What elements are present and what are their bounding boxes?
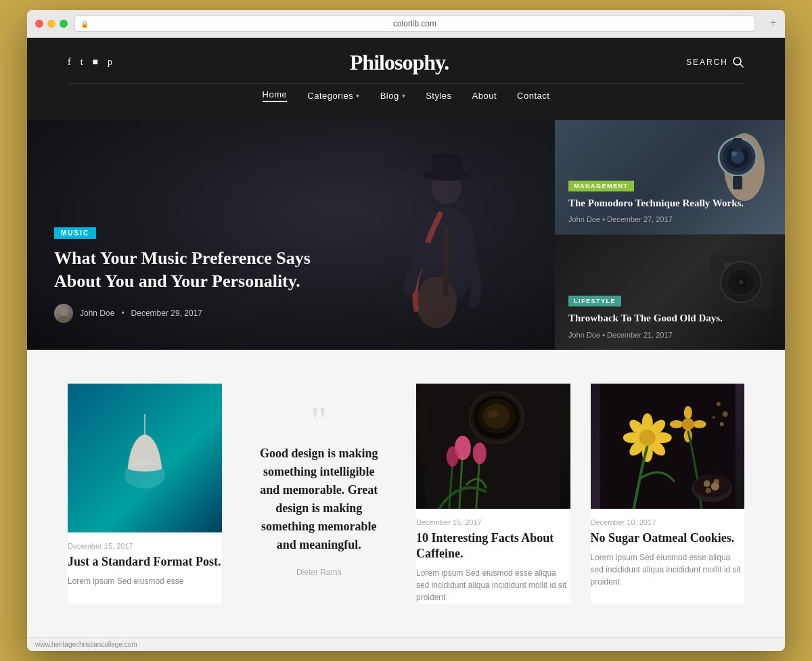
post-title-1: Just a Standard Format Post.	[68, 554, 222, 570]
svg-point-51	[683, 406, 692, 419]
traffic-lights	[35, 20, 68, 28]
post-date-3: December 15, 2017	[416, 518, 570, 526]
hero-section: MUSIC What Your Music Preference Says Ab…	[27, 120, 785, 350]
lifestyle-badge: LIFESTYLE	[568, 296, 621, 306]
minimize-button[interactable]	[47, 20, 55, 28]
hero-title: What Your Music Preference Says About Yo…	[54, 247, 311, 293]
fullscreen-button[interactable]	[60, 20, 68, 28]
nav-about[interactable]: About	[472, 91, 497, 101]
music-badge: MUSIC	[54, 227, 96, 239]
card-title-lifestyle: Throwback To The Good Old Days.	[568, 312, 771, 325]
svg-point-58	[703, 480, 710, 487]
post-date-4: December 10, 2017	[591, 518, 745, 526]
search-label: SEARCH	[686, 58, 728, 67]
browser-chrome: colorlib.com ↻ +	[27, 10, 785, 38]
author-avatar	[54, 304, 73, 323]
quote-author: Dieter Rams	[296, 568, 342, 577]
svg-point-49	[639, 430, 655, 446]
nav-blog[interactable]: Blog ▾	[380, 91, 406, 101]
svg-rect-5	[432, 154, 461, 177]
post-excerpt-4: Lorem ipsum Sed eiusmod esse aliqua sed …	[591, 551, 745, 588]
svg-point-60	[705, 488, 710, 493]
card-meta-management: John Doe • December 27, 2017	[568, 215, 771, 223]
hero-date: December 29, 2017	[131, 309, 202, 318]
nav-styles[interactable]: Styles	[426, 91, 451, 101]
address-bar[interactable]: colorlib.com	[74, 16, 755, 32]
svg-point-65	[719, 422, 723, 426]
site-header: f t ■ p Philosophy. SEARCH Home Categori…	[27, 38, 785, 120]
facebook-icon[interactable]: f	[68, 57, 71, 68]
post-card-lamp[interactable]: December 15, 2017 Just a Standard Format…	[68, 384, 222, 604]
quote-text: Good design is making something intellig…	[256, 445, 383, 554]
site-title: Philosophy.	[350, 50, 449, 75]
hero-content: MUSIC What Your Music Preference Says Ab…	[54, 226, 528, 323]
card-meta-lifestyle: John Doe • December 21, 2017	[568, 331, 771, 339]
management-badge: MANAGEMENT	[568, 181, 634, 191]
post-image-coffee	[416, 384, 570, 509]
search-icon	[732, 56, 744, 68]
main-content: December 15, 2017 Just a Standard Format…	[27, 350, 785, 638]
svg-rect-17	[733, 138, 742, 152]
twitter-icon[interactable]: t	[81, 57, 83, 68]
svg-point-54	[692, 420, 706, 428]
lamp-illustration	[118, 414, 172, 502]
hero-card-management[interactable]: MANAGEMENT The Pomodoro Technique Really…	[555, 120, 785, 235]
post-title-3: 10 Interesting Facts About Caffeine.	[416, 530, 570, 562]
browser-window: colorlib.com ↻ + f t ■ p Philosophy. SEA…	[27, 10, 785, 652]
post-excerpt-1: Lorem ipsum Sed eiusmod esse	[68, 575, 222, 587]
card-content-management: MANAGEMENT The Pomodoro Technique Really…	[568, 179, 771, 224]
post-image-food	[591, 384, 745, 509]
svg-point-63	[722, 411, 727, 417]
quote-marks: "	[311, 411, 328, 431]
svg-point-64	[712, 416, 715, 419]
svg-point-36	[473, 442, 487, 464]
chevron-down-icon: ▾	[402, 92, 406, 99]
close-button[interactable]	[35, 20, 43, 28]
hero-meta: John Doe • December 29, 2017	[54, 304, 528, 323]
svg-point-53	[669, 420, 683, 428]
meta-separator: •	[121, 309, 124, 318]
new-tab-button[interactable]: +	[770, 16, 777, 30]
svg-point-22	[739, 280, 743, 284]
post-card-coffee[interactable]: December 15, 2017 10 Interesting Facts A…	[416, 384, 570, 604]
hero-main-post[interactable]: MUSIC What Your Music Preference Says Ab…	[27, 120, 555, 350]
post-text-coffee: December 15, 2017 10 Interesting Facts A…	[416, 509, 570, 604]
pinterest-icon[interactable]: p	[108, 57, 112, 68]
hero-card-lifestyle[interactable]: LIFESTYLE Throwback To The Good Old Days…	[555, 234, 785, 350]
status-url: www.heritagechristiancollege.com	[35, 641, 137, 648]
post-text-food: December 10, 2017 No Sugar Oatmeal Cooki…	[591, 509, 745, 588]
svg-point-9	[56, 316, 71, 323]
nav-categories[interactable]: Categories ▾	[307, 91, 359, 101]
site-nav: Home Categories ▾ Blog ▾ Styles About Co…	[68, 83, 744, 108]
post-image-lamp	[68, 384, 222, 532]
post-date-1: December 15, 2017	[68, 542, 222, 550]
svg-line-1	[740, 64, 743, 68]
svg-point-8	[59, 306, 68, 316]
svg-point-23	[724, 262, 731, 269]
svg-point-61	[713, 479, 719, 484]
post-card-food[interactable]: December 10, 2017 No Sugar Oatmeal Cooki…	[591, 384, 745, 604]
card-content-lifestyle: LIFESTYLE Throwback To The Good Old Days…	[568, 294, 771, 339]
nav-contact[interactable]: Contact	[517, 91, 549, 101]
nav-home[interactable]: Home	[263, 89, 288, 102]
chevron-down-icon: ▾	[356, 92, 360, 99]
header-top: f t ■ p Philosophy. SEARCH	[68, 50, 744, 75]
post-text-lamp: December 15, 2017 Just a Standard Format…	[68, 532, 222, 587]
svg-point-62	[716, 402, 720, 406]
svg-point-38	[447, 447, 459, 467]
card-title-management: The Pomodoro Technique Really Works.	[568, 197, 771, 210]
hero-author: John Doe	[80, 309, 114, 318]
social-icons: f t ■ p	[68, 57, 112, 68]
svg-point-55	[681, 418, 694, 430]
search-button[interactable]: SEARCH	[686, 56, 744, 68]
post-excerpt-3: Lorem ipsum Sed eiusmod esse aliqua sed …	[416, 567, 570, 603]
post-title-4: No Sugar Oatmeal Cookies.	[591, 530, 745, 546]
quote-card: " Good design is making something intell…	[242, 384, 397, 604]
instagram-icon[interactable]: ■	[93, 57, 98, 68]
food-illustration	[591, 384, 745, 509]
coffee-illustration	[416, 384, 570, 509]
posts-grid: December 15, 2017 Just a Standard Format…	[68, 384, 744, 604]
hero-sidebar: MANAGEMENT The Pomodoro Technique Really…	[555, 120, 785, 350]
svg-point-26	[125, 461, 165, 488]
svg-point-15	[731, 151, 737, 156]
